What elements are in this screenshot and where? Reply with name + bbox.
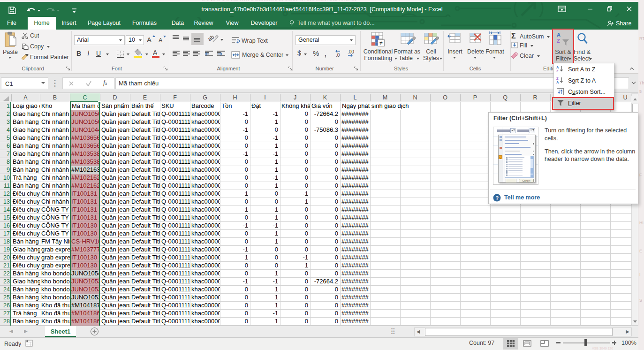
svg-text:?: ? — [496, 195, 499, 201]
svg-text:A: A — [556, 80, 559, 84]
svg-text:Z: Z — [556, 69, 559, 73]
